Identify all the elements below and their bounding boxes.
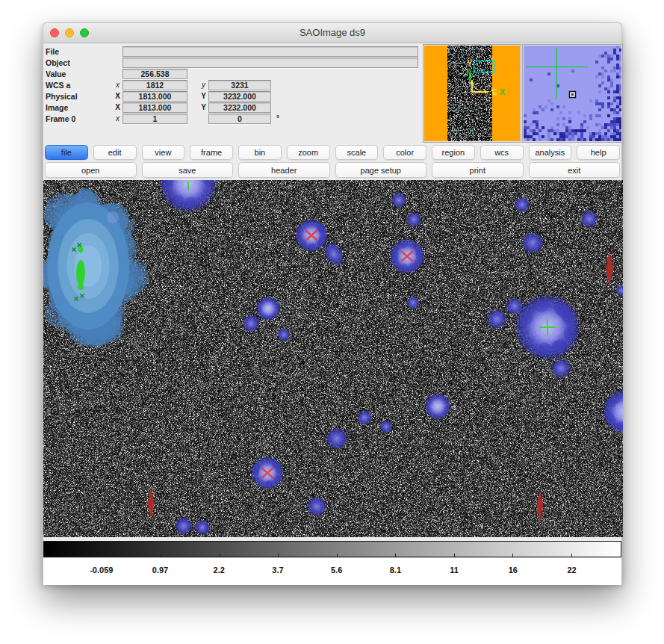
- colorbar: -0.059 0.97 2.2 3.7 5.6 8.1 11 16 22: [43, 541, 621, 585]
- menu-help[interactable]: help: [577, 145, 620, 160]
- wcs-y-label: y: [199, 81, 208, 89]
- colorbar-tick: [512, 554, 513, 557]
- image-x-label: X: [113, 103, 122, 111]
- window-title: SAOImage ds9: [43, 23, 621, 43]
- physical-label: Physical: [46, 92, 113, 101]
- colorbar-tick-label: 22: [567, 566, 576, 575]
- colorbar-tick: [161, 554, 161, 557]
- button-header[interactable]: header: [238, 162, 330, 178]
- info-row-physical: Physical X 1813.000 Y 3232.000: [46, 90, 423, 102]
- info-row-frame: Frame 0 x 1 0 °: [46, 113, 423, 124]
- degree-symbol: °: [276, 114, 279, 123]
- value-label: Value: [46, 69, 113, 78]
- menu-file[interactable]: file: [45, 145, 88, 160]
- wcs-x-label: x: [113, 81, 122, 89]
- wcs-x-field[interactable]: 1812: [122, 80, 187, 90]
- menu-region[interactable]: region: [432, 145, 475, 160]
- menu-edit[interactable]: edit: [93, 145, 137, 160]
- physical-y-label: Y: [199, 92, 208, 100]
- info-row-value: Value 256.538: [46, 68, 423, 79]
- ds9-window: SAOImage ds9 File Object Value 256.53: [43, 22, 622, 584]
- colorbar-tick: [571, 554, 572, 557]
- image-y-field[interactable]: 3232.000: [208, 102, 271, 113]
- magnifier[interactable]: [522, 44, 623, 143]
- colorbar-tick-label: 2.2: [214, 566, 225, 575]
- panner[interactable]: [423, 44, 521, 143]
- menu-view[interactable]: view: [142, 145, 185, 160]
- colorbar-tick-label: 8.1: [390, 566, 401, 575]
- button-open[interactable]: open: [45, 162, 137, 178]
- image-y-label: Y: [199, 103, 208, 111]
- colorbar-tick-label: 3.7: [272, 566, 283, 575]
- menu-color[interactable]: color: [383, 145, 426, 160]
- physical-y-field[interactable]: 3232.000: [208, 91, 271, 102]
- button-save[interactable]: save: [142, 162, 234, 178]
- colorbar-tick: [454, 554, 455, 557]
- object-label: Object: [46, 58, 113, 67]
- image-x-field[interactable]: 1813.000: [122, 102, 187, 113]
- wcs-label: WCS a: [46, 81, 113, 90]
- menu-frame[interactable]: frame: [190, 145, 233, 160]
- menu-scale[interactable]: scale: [335, 145, 379, 160]
- value-field[interactable]: 256.538: [122, 69, 187, 79]
- frame-x-label: x: [113, 114, 122, 123]
- main-image-display[interactable]: [43, 180, 621, 537]
- info-row-object: Object: [46, 57, 423, 68]
- physical-x-field[interactable]: 1813.000: [122, 91, 187, 102]
- menu-row-2: open save header page setup print exit: [44, 162, 621, 178]
- panner-canvas[interactable]: [424, 46, 520, 141]
- wcs-y-field[interactable]: 3231: [208, 80, 271, 90]
- colorbar-tick: [337, 554, 338, 557]
- menu-bin[interactable]: bin: [238, 145, 282, 160]
- file-label: File: [46, 47, 113, 56]
- magnifier-canvas[interactable]: [524, 46, 621, 141]
- info-panel: File Object Value 256.538 WCS a x: [43, 43, 621, 143]
- button-page-setup[interactable]: page setup: [335, 162, 427, 178]
- colorbar-tick-label: 5.6: [331, 566, 342, 575]
- menu-bar: file edit view frame bin zoom scale colo…: [43, 143, 621, 180]
- colorbar-tick: [395, 554, 396, 557]
- file-field[interactable]: [122, 46, 418, 57]
- colorbar-tick-label: -0.059: [90, 566, 113, 575]
- colorbar-tick: [278, 554, 279, 557]
- colorbar-tick-label: 11: [450, 566, 459, 575]
- info-grid: File Object Value 256.538 WCS a x: [46, 46, 423, 124]
- colorbar-tick: [102, 554, 103, 557]
- button-print[interactable]: print: [432, 162, 524, 178]
- colorbar-tick: [220, 554, 220, 557]
- menu-analysis[interactable]: analysis: [529, 145, 572, 160]
- physical-x-label: X: [113, 92, 122, 100]
- colorbar-gradient[interactable]: [43, 541, 621, 557]
- menu-zoom[interactable]: zoom: [287, 145, 330, 160]
- button-exit[interactable]: exit: [529, 162, 621, 178]
- menu-row-1: file edit view frame bin zoom scale colo…: [44, 145, 621, 160]
- menu-wcs[interactable]: wcs: [480, 145, 524, 160]
- frame-rotate-field[interactable]: 0: [208, 114, 271, 124]
- frame-zoom-field[interactable]: 1: [122, 114, 187, 124]
- desktop: SAOImage ds9 File Object Value 256.53: [0, 0, 664, 644]
- object-field[interactable]: [122, 58, 418, 68]
- colorbar-tick-label: 16: [509, 566, 518, 575]
- info-row-file: File: [46, 46, 423, 57]
- image-label: Image: [46, 103, 113, 112]
- colorbar-tick-label: 0.97: [152, 566, 168, 575]
- main-image-canvas[interactable]: [43, 180, 623, 537]
- info-row-wcs: WCS a x 1812 y 3231: [46, 79, 423, 90]
- titlebar[interactable]: SAOImage ds9: [43, 23, 621, 43]
- info-row-image: Image X 1813.000 Y 3232.000: [46, 102, 423, 113]
- frame-label: Frame 0: [46, 114, 113, 123]
- colorbar-labels: -0.059 0.97 2.2 3.7 5.6 8.1 11 16 22: [43, 557, 621, 585]
